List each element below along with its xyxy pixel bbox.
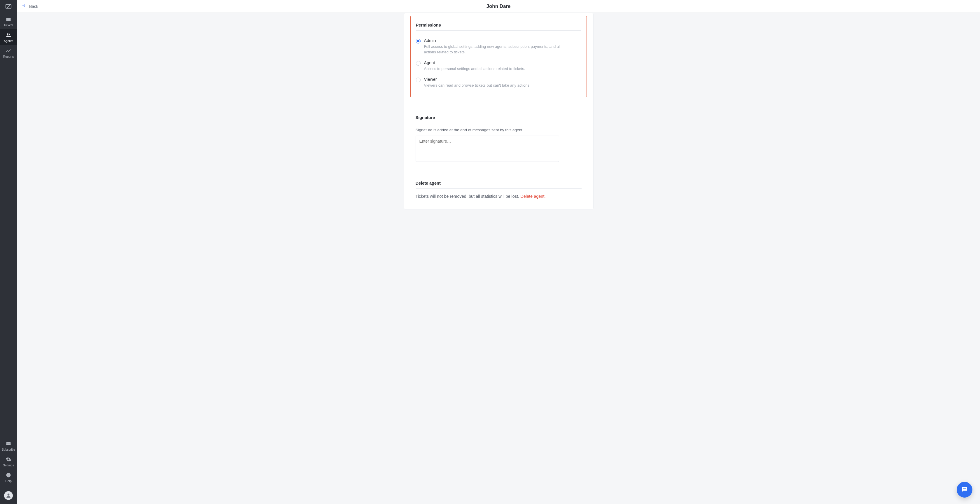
svg-point-8 xyxy=(963,488,964,489)
chat-icon xyxy=(961,486,968,494)
permission-label: Agent xyxy=(424,60,525,65)
permission-description: Access to personal settings and all acti… xyxy=(424,66,525,72)
permission-option-admin[interactable]: Admin Full access to global settings, ad… xyxy=(416,33,581,55)
ticket-icon xyxy=(6,16,11,22)
permissions-heading: Permissions xyxy=(416,16,581,31)
sidebar-item-reports[interactable]: Reports xyxy=(0,45,17,60)
permission-description: Viewers can read and browse tickets but … xyxy=(424,83,531,88)
svg-text:?: ? xyxy=(8,473,10,477)
sidebar-item-label: Reports xyxy=(3,55,14,58)
user-avatar[interactable] xyxy=(4,491,13,500)
signature-description: Signature is added at the end of message… xyxy=(415,123,582,132)
signature-input[interactable] xyxy=(415,136,559,162)
sidebar-item-subscribe[interactable]: Subscribe xyxy=(0,438,17,453)
topbar: Back John Dare xyxy=(17,0,980,13)
chat-launcher[interactable] xyxy=(957,482,972,498)
sidebar-item-agents[interactable]: Agents xyxy=(0,29,17,45)
settings-card: Permissions Admin Full access to global … xyxy=(404,13,593,210)
svg-point-1 xyxy=(7,33,8,35)
people-icon xyxy=(6,32,11,38)
delete-agent-description: Tickets will not be removed, but all sta… xyxy=(415,194,520,199)
svg-point-9 xyxy=(964,488,965,489)
sidebar-item-label: Subscribe xyxy=(2,448,16,451)
delete-agent-section: Delete agent Tickets will not be removed… xyxy=(404,175,593,199)
signature-heading: Signature xyxy=(415,109,582,123)
delete-agent-link[interactable]: Delete agent. xyxy=(520,194,546,199)
permission-description: Full access to global settings, adding n… xyxy=(424,44,564,55)
radio-input[interactable] xyxy=(416,78,421,82)
signature-section: Signature Signature is added at the end … xyxy=(404,109,593,163)
arrow-left-icon xyxy=(22,3,27,10)
back-button[interactable]: Back xyxy=(22,3,38,10)
radio-input[interactable] xyxy=(416,61,421,66)
gear-icon xyxy=(6,456,11,462)
person-icon xyxy=(6,493,11,498)
permissions-radio-group: Admin Full access to global settings, ad… xyxy=(416,31,581,88)
main: Back John Dare Permissions Admin Full ac… xyxy=(17,0,980,504)
help-icon: ? xyxy=(6,472,11,478)
sidebar-item-settings[interactable]: Settings xyxy=(0,453,17,469)
sidebar-item-label: Help xyxy=(5,479,12,483)
app-logo xyxy=(0,0,17,13)
page-title: John Dare xyxy=(486,3,511,10)
sidebar-item-tickets[interactable]: Tickets xyxy=(0,13,17,29)
permission-option-viewer[interactable]: Viewer Viewers can read and browse ticke… xyxy=(416,72,581,88)
svg-point-2 xyxy=(9,34,10,35)
permission-label: Viewer xyxy=(424,77,531,82)
permissions-highlight-box: Permissions Admin Full access to global … xyxy=(410,16,587,97)
delete-agent-text: Tickets will not be removed, but all sta… xyxy=(415,189,582,199)
sidebar: Tickets Agents Reports Subscribe xyxy=(0,0,17,504)
radio-input[interactable] xyxy=(416,39,421,43)
svg-rect-4 xyxy=(6,443,11,444)
trend-icon xyxy=(6,48,11,54)
permission-label: Admin xyxy=(424,38,564,43)
sidebar-item-help[interactable]: ? Help xyxy=(0,469,17,485)
card-icon xyxy=(6,441,11,447)
back-label: Back xyxy=(29,4,38,9)
svg-rect-3 xyxy=(6,442,11,445)
content-viewport[interactable]: Permissions Admin Full access to global … xyxy=(17,13,980,504)
delete-agent-heading: Delete agent xyxy=(415,175,582,189)
sidebar-divider xyxy=(4,487,13,487)
sidebar-item-label: Settings xyxy=(3,463,14,467)
svg-point-10 xyxy=(965,488,966,489)
sidebar-item-label: Agents xyxy=(4,39,13,43)
svg-point-7 xyxy=(8,493,10,496)
permission-option-agent[interactable]: Agent Access to personal settings and al… xyxy=(416,55,581,72)
sidebar-item-label: Tickets xyxy=(4,23,13,27)
